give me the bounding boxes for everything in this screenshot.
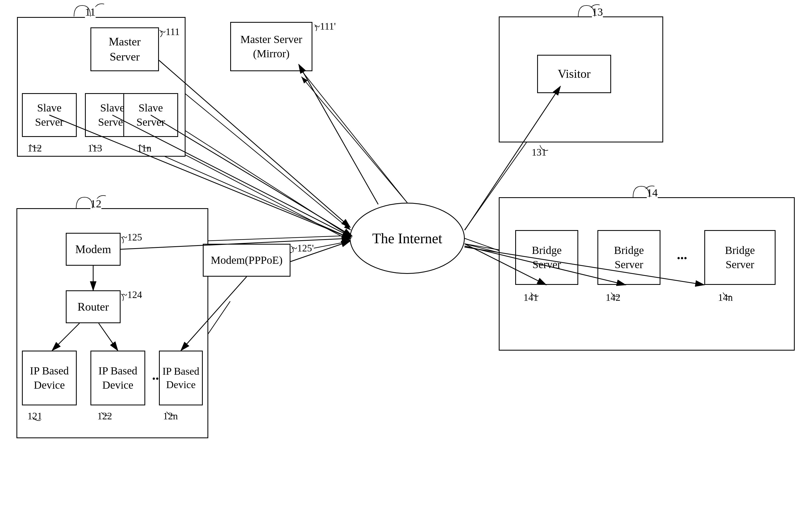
ip-device-n-box: IP BasedDevice [159, 351, 203, 405]
label-131: 131 [532, 147, 547, 158]
bracket-13 [573, 3, 606, 19]
svg-line-24 [159, 60, 350, 228]
label-125: ~125 [122, 232, 142, 243]
modem-pppoe-label: Modem(PPPoE) [211, 253, 282, 267]
bridge-server-2-label: BridgeServer [614, 243, 644, 272]
master-server-label: MasterServer [109, 34, 141, 64]
label-11n: 11n [137, 143, 151, 154]
slave-server-1-label: SlaveServer [35, 101, 63, 129]
label-14n: 14n [718, 292, 733, 303]
label-113: 113 [88, 143, 102, 154]
svg-line-28 [299, 64, 378, 204]
bracket-12 [71, 194, 104, 211]
label-142: 142 [606, 292, 621, 303]
dots-14: ... [677, 247, 687, 262]
label-112: 112 [27, 143, 42, 154]
bridge-server-n-box: BridgeServer [704, 230, 775, 285]
label-124: ~124 [122, 289, 142, 301]
modem-box: Modem [66, 233, 120, 266]
bridge-server-2-box: BridgeServer [597, 230, 661, 285]
slave-server-2-label: SlaveServer [98, 101, 127, 129]
label-121: 121 [27, 410, 42, 422]
svg-line-6 [302, 77, 407, 203]
modem-label: Modem [75, 242, 111, 257]
modem-pppoe-box: Modem(PPPoE) [203, 244, 290, 277]
bracket-11 [69, 3, 101, 19]
label-111: ~111 [160, 26, 180, 38]
router-label: Router [77, 299, 109, 314]
master-server-box: MasterServer [90, 27, 159, 71]
svg-line-7 [293, 60, 407, 203]
diagram: 11 MasterServer ~111 SlaveServer SlaveSe… [0, 0, 812, 527]
label-111-prime: ~111' [315, 20, 336, 32]
ip-device-2-box: IP BasedDevice [90, 351, 145, 405]
internet-ellipse: The Internet [350, 203, 465, 274]
master-server-mirror-box: Master Server(Mirror) [230, 22, 313, 71]
ip-device-1-box: IP BasedDevice [22, 351, 77, 405]
visitor-box: Visitor [537, 55, 611, 93]
label-141: 141 [523, 292, 538, 303]
ip-device-2-label: IP BasedDevice [98, 364, 137, 392]
bridge-server-n-label: BridgeServer [725, 243, 755, 272]
bridge-server-1-label: BridgeServer [532, 243, 562, 272]
label-122: 122 [97, 410, 112, 422]
ip-device-1-label: IP BasedDevice [30, 364, 69, 392]
slave-server-1-box: SlaveServer [22, 93, 77, 137]
bridge-server-1-box: BridgeServer [515, 230, 578, 285]
router-box: Router [66, 290, 120, 323]
slave-server-n-label: SlaveServer [136, 101, 165, 129]
bracket-14 [627, 184, 661, 200]
master-server-mirror-label: Master Server(Mirror) [240, 32, 302, 61]
slave-server-n-box: SlaveServer [123, 93, 178, 137]
internet-label: The Internet [372, 230, 442, 247]
visitor-label: Visitor [558, 66, 591, 82]
label-125-prime: ~125' [292, 243, 314, 254]
ip-device-n-label: IP BasedDevice [162, 365, 200, 392]
label-12n: 12n [163, 410, 178, 422]
